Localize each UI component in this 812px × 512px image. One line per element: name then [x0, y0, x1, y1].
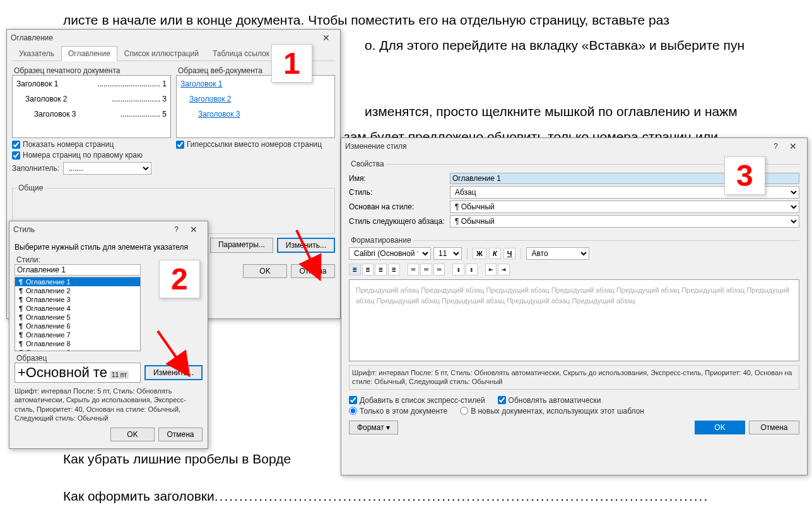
close-icon[interactable]: ✕ [184, 224, 204, 235]
next-style-select[interactable]: ¶ Обычный [450, 215, 799, 228]
based-on-label: Основан на стиле: [349, 202, 450, 211]
doc-line: листе в начале или в конце документа. Чт… [63, 13, 669, 28]
style-input[interactable] [15, 264, 141, 276]
list-item[interactable]: ¶Оглавление 9 [15, 348, 140, 351]
sample-preview: +Основной те 11 пт [15, 363, 141, 383]
underline-button[interactable]: Ч [503, 248, 516, 259]
format-description: Шрифт: интервал После: 5 пт, Стиль: Обно… [349, 365, 799, 390]
chk-quick-styles-label: Добавить в список экспресс-стилей [360, 396, 485, 405]
marker-1: 1 [271, 44, 312, 83]
general-group: Общие [16, 183, 45, 192]
tab-links[interactable]: Таблица ссылок [206, 46, 276, 61]
ok-button[interactable]: OK [695, 421, 745, 434]
chk-hyperlinks[interactable] [176, 141, 184, 149]
dialog-title: Оглавление [11, 33, 53, 42]
radio-new-docs[interactable] [460, 407, 468, 415]
doc-line: изменятся, просто щелкните мышкой по огл… [365, 104, 738, 119]
radio-new-docs-label: В новых документах, использующих этот ша… [471, 407, 644, 416]
arrow-icon [151, 328, 196, 377]
indent-inc-icon[interactable]: ⇥ [498, 264, 510, 276]
next-style-label: Стиль следующего абзаца: [349, 217, 450, 226]
list-item[interactable]: ¶Оглавление 2 [15, 286, 140, 295]
list-item[interactable]: ¶Оглавление 1 [15, 277, 140, 286]
marker-2: 2 [159, 260, 200, 298]
name-label: Имя: [349, 174, 450, 183]
chk-right-align[interactable] [12, 151, 20, 160]
bold-button[interactable]: Ж [473, 248, 486, 259]
tab-index[interactable]: Указатель [12, 46, 61, 61]
doc-line: Как убрать лишние пробелы в Ворде [63, 451, 291, 467]
params-button[interactable]: Параметры... [210, 238, 273, 253]
dialog-title: Стиль [13, 225, 35, 234]
line-spacing-2-icon[interactable]: ═ [433, 264, 445, 276]
style-type-label: Стиль: [349, 188, 450, 197]
print-preview: Заголовок 1.............................… [12, 75, 171, 138]
doc-line: Как оформить заголовки..................… [63, 489, 709, 504]
help-icon[interactable]: ? [768, 142, 783, 151]
filler-label: Заполнитель: [12, 164, 59, 173]
tab-toc[interactable]: Оглавление [61, 46, 117, 61]
close-icon[interactable]: ✕ [783, 141, 803, 151]
format-group: Форматирование [349, 236, 413, 245]
print-preview-label: Образец печатного документа [12, 66, 171, 75]
web-preview: Заголовок 1 Заголовок 2 Заголовок 3 [176, 75, 335, 138]
chk-quick-styles[interactable] [349, 396, 357, 404]
instruction: Выберите нужный стиль для элемента указа… [15, 243, 203, 252]
align-right-icon[interactable]: ≡ [375, 264, 387, 276]
size-select[interactable]: 11 [433, 247, 462, 260]
tab-illustrations[interactable]: Список иллюстраций [117, 46, 206, 61]
list-item[interactable]: ¶Оглавление 5 [15, 313, 140, 322]
svg-line-1 [158, 331, 183, 367]
styles-listbox[interactable]: ¶Оглавление 1 ¶Оглавление 2 ¶Оглавление … [15, 277, 141, 351]
list-item[interactable]: ¶Оглавление 6 [15, 322, 140, 330]
radio-this-doc-label: Только в этом документе [360, 407, 447, 416]
list-item[interactable]: ¶Оглавление 3 [15, 295, 140, 304]
line-spacing-1-icon[interactable]: ═ [408, 264, 420, 276]
font-select[interactable]: Calibri (Основной тек [349, 247, 431, 260]
arrow-icon [290, 227, 328, 279]
chk-show-pages-label: Показать номера страниц [23, 140, 114, 149]
title-bar: Стиль ? ✕ [9, 221, 208, 238]
web-link: Заголовок 3 [198, 110, 240, 119]
space-before-inc-icon[interactable]: ↕ [452, 264, 464, 276]
title-bar: Изменение стиля ? ✕ [341, 138, 807, 154]
web-link: Заголовок 2 [189, 95, 231, 103]
close-icon[interactable]: ✕ [316, 33, 336, 43]
props-group: Свойства [349, 160, 386, 168]
ok-button[interactable]: OK [243, 264, 287, 278]
dialog-title: Изменение стиля [345, 142, 406, 151]
cancel-button[interactable]: Отмена [749, 421, 799, 434]
align-center-icon[interactable]: ≡ [362, 264, 374, 276]
list-item[interactable]: ¶Оглавление 7 [15, 330, 140, 339]
chk-auto-update[interactable] [498, 396, 506, 404]
radio-this-doc[interactable] [349, 407, 357, 415]
svg-line-0 [297, 230, 315, 270]
format-preview: Предыдущий абзац Предыдущий абзац Предыд… [349, 279, 799, 361]
marker-3: 3 [724, 156, 765, 195]
chk-show-pages[interactable] [12, 141, 20, 149]
list-item[interactable]: ¶Оглавление 8 [15, 339, 140, 348]
chk-right-align-label: Номера страниц по правому краю [23, 151, 143, 160]
space-before-dec-icon[interactable]: ↕ [466, 264, 478, 276]
filler-select[interactable]: ....... [63, 162, 151, 175]
indent-dec-icon[interactable]: ⇤ [485, 264, 497, 276]
italic-button[interactable]: К [489, 248, 501, 259]
list-item[interactable]: ¶Оглавление 4 [15, 304, 140, 313]
ok-button[interactable]: OK [110, 428, 155, 441]
line-spacing-15-icon[interactable]: ═ [420, 264, 432, 276]
chk-auto-update-label: Обновлять автоматически [509, 396, 601, 405]
style-description: Шрифт: интервал После: 5 пт, Стиль: Обно… [15, 387, 203, 422]
format-button[interactable]: Формат ▾ [349, 421, 398, 434]
based-on-select[interactable]: ¶ Обычный [450, 201, 799, 213]
web-link: Заголовок 1 [180, 79, 222, 88]
align-justify-icon[interactable]: ≡ [388, 264, 400, 276]
help-icon[interactable]: ? [169, 225, 184, 234]
chk-hyperlinks-label: Гиперссылки вместо номеров страниц [187, 140, 322, 149]
color-select[interactable]: Авто [526, 247, 589, 260]
align-left-icon[interactable]: ≡ [349, 264, 361, 276]
doc-line: о. Для этого перейдите на вкладку «Встав… [365, 38, 744, 53]
cancel-button[interactable]: Отмена [158, 428, 203, 441]
